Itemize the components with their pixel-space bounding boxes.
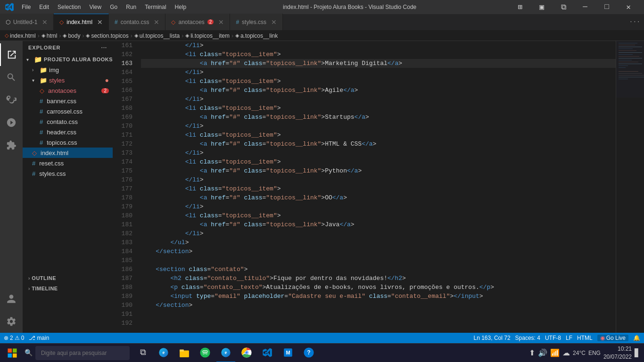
time-display: 10:21 (603, 345, 632, 353)
bc-index-html[interactable]: ◇ index.html (5, 33, 36, 39)
tab-css-icon: # (115, 19, 118, 25)
tray-cloud-icon[interactable]: ☁ (562, 348, 570, 357)
project-root[interactable]: ▾ 📁 PROJETO ALURA BOOKS (23, 54, 113, 65)
timeline-label: TIMELINE (32, 286, 58, 291)
activity-run[interactable] (0, 111, 23, 134)
activity-bar (0, 41, 23, 333)
tab-more-button[interactable]: ··· (626, 14, 644, 30)
menu-file[interactable]: File (18, 2, 34, 12)
tree-item-index-html[interactable]: ◇ index.html (23, 148, 113, 158)
tab-anotacoes[interactable]: ◇ anotacoes 2 ✕ (165, 14, 230, 30)
status-golive[interactable]: ◉ Go Live (597, 335, 628, 341)
contato-css-label: contato.css (47, 118, 113, 125)
status-branch[interactable]: ⎇ main (29, 335, 49, 341)
tree-item-reset-css[interactable]: # reset.css (23, 158, 113, 168)
tab-anotacoes-close[interactable]: ✕ (218, 18, 224, 26)
taskbar-clock[interactable]: 10:21 20/07/2022 (603, 345, 632, 361)
bc-a[interactable]: ◈ a.topicos__link (235, 33, 278, 39)
tab-untitled[interactable]: ⬡ Untitled-1 ✕ (0, 14, 54, 30)
taskbar-file-explorer[interactable] (175, 344, 194, 362)
status-line-ending[interactable]: LF (566, 335, 572, 341)
tree-item-anotacoes[interactable]: ◇ anotacoes 2 (23, 85, 113, 96)
activity-extensions[interactable] (0, 134, 23, 156)
menu-bar: File Edit Selection View Go Run Terminal… (18, 2, 190, 12)
status-encoding[interactable]: UTF-8 (545, 335, 561, 341)
tree-item-contato-css[interactable]: # contato.css (23, 116, 113, 127)
tray-wifi-icon[interactable]: 📶 (550, 348, 560, 357)
status-spaces[interactable]: Spaces: 4 (515, 335, 540, 341)
activity-settings[interactable] (0, 310, 23, 333)
window-controls: ⊞ ▣ ⧉ ─ □ ✕ (509, 0, 639, 14)
taskbar-search-input[interactable] (35, 346, 130, 360)
activity-search[interactable] (0, 66, 23, 89)
tree-item-header-css[interactable]: # header.css (23, 127, 113, 137)
menu-run[interactable]: Run (122, 2, 140, 12)
status-notifications[interactable]: 🔔 (633, 335, 640, 341)
tab-untitled-close[interactable]: ✕ (42, 18, 48, 26)
sidebar-title: EXPLORER (28, 45, 61, 50)
window-minimize-button[interactable]: ─ (574, 0, 596, 14)
tab-anotacoes-label: anotacoes (178, 19, 204, 25)
bc-ul-icon: ◈ (134, 33, 138, 39)
bc-a-icon: ◈ (235, 33, 239, 39)
reset-css-icon: # (32, 160, 35, 167)
tab-styles-css-close[interactable]: ✕ (271, 18, 277, 26)
menu-edit[interactable]: Edit (35, 2, 53, 12)
tab-index-html-close[interactable]: ✕ (97, 18, 103, 26)
menu-go[interactable]: Go (106, 2, 121, 12)
code-editor[interactable]: </li> <li class="topicos__item"> <a href… (136, 41, 616, 333)
activity-source-control[interactable] (0, 89, 23, 111)
sidebar-more-button[interactable]: ··· (101, 45, 107, 50)
taskbar-help[interactable]: ? (299, 344, 318, 362)
tab-bar: ⬡ Untitled-1 ✕ ◇ index.html ✕ # contato.… (0, 14, 644, 31)
timeline-section[interactable]: › TIMELINE (23, 283, 113, 294)
bc-section-label: section.topicos (91, 33, 128, 39)
status-position[interactable]: Ln 163, Col 72 (474, 335, 511, 341)
taskbar-edge[interactable]: e (154, 344, 173, 362)
bc-html-icon: ◇ (5, 33, 8, 39)
menu-help[interactable]: Help (171, 2, 190, 12)
bc-ul[interactable]: ◈ ul.topicos__lista (134, 33, 180, 39)
tab-contato-css[interactable]: # contato.css ✕ (109, 14, 165, 30)
activity-explorer[interactable] (0, 43, 23, 66)
tray-volume-icon[interactable]: 🔊 (538, 348, 547, 357)
window-maximize-button[interactable]: □ (596, 0, 618, 14)
outline-section[interactable]: › OUTLINE (23, 273, 113, 283)
window-close-button[interactable]: ✕ (618, 0, 639, 14)
taskbar-spotify[interactable] (196, 344, 215, 362)
menu-selection[interactable]: Selection (54, 2, 84, 12)
tab-index-html[interactable]: ◇ index.html ✕ (54, 14, 109, 30)
tree-item-banner-css[interactable]: # banner.css (23, 96, 113, 106)
index-html-icon: ◇ (32, 149, 37, 156)
status-language[interactable]: HTML (577, 335, 593, 341)
tree-item-img[interactable]: › 📁 img (23, 65, 113, 75)
golive-icon: ◉ (600, 335, 605, 341)
temperature-display: 24°C (573, 350, 586, 356)
tab-anotacoes-icon: ◇ (171, 19, 175, 25)
bc-body[interactable]: ◈ body (63, 33, 80, 39)
taskbar-taskview[interactable]: ⧉ (133, 344, 152, 362)
tree-item-styles[interactable]: ▾ 📁 styles ● (23, 75, 113, 85)
bc-li[interactable]: ◈ li.topicos__item (185, 33, 230, 39)
menu-terminal[interactable]: Terminal (141, 2, 170, 12)
bc-section-topicos[interactable]: ◈ section.topicos (86, 33, 128, 39)
tab-contato-css-close[interactable]: ✕ (154, 18, 159, 26)
windows-start-button[interactable] (4, 345, 21, 362)
activity-account[interactable] (0, 288, 23, 310)
main-area: EXPLORER ··· ▾ 📁 PROJETO ALURA BOOKS › 📁… (0, 41, 644, 333)
menu-view[interactable]: View (85, 2, 105, 12)
tray-network-icon[interactable]: ⬆ (529, 348, 535, 357)
taskbar-show-desktop[interactable]: ▋ (635, 348, 640, 357)
tab-styles-css[interactable]: # styles.css ✕ (230, 14, 283, 30)
status-errors[interactable]: ⊗ 2 ⚠ 0 (4, 335, 24, 341)
taskbar-search-area[interactable]: 🔍 (25, 346, 130, 360)
taskbar-vscode[interactable] (258, 344, 277, 362)
tree-item-carrossel-css[interactable]: # carrossel.css (23, 106, 113, 116)
taskbar-edge2[interactable]: e (216, 344, 235, 362)
styles-label: styles (49, 77, 103, 84)
taskbar-app7[interactable]: M (279, 344, 297, 362)
taskbar-chrome[interactable] (237, 344, 256, 362)
tree-item-topicos-css[interactable]: # topicos.css (23, 137, 113, 148)
tree-item-styles-css[interactable]: # styles.css (23, 168, 113, 179)
bc-html[interactable]: ◈ html (41, 33, 58, 39)
